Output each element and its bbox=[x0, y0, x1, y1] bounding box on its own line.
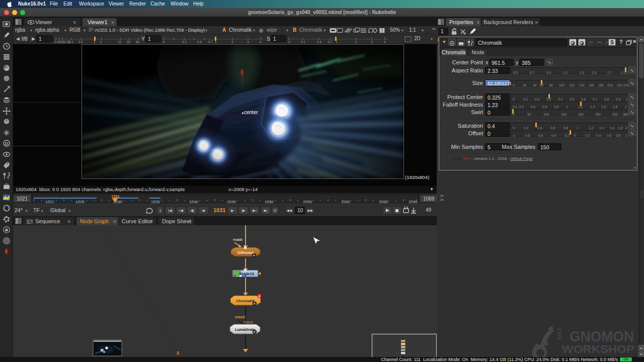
svg-text:0.4: 0.4 bbox=[317, 40, 321, 44]
svg-text:mask: mask bbox=[233, 237, 243, 242]
svg-text:3: 3 bbox=[247, 40, 249, 44]
svg-text:0.7: 0.7 bbox=[208, 40, 213, 44]
svg-text:64: 64 bbox=[136, 40, 140, 44]
svg-text:2: 2 bbox=[177, 350, 179, 355]
svg-text:0.4: 0.4 bbox=[197, 40, 202, 44]
svg-text:Diffusion: Diffusion bbox=[237, 250, 254, 255]
svg-text:mask: mask bbox=[235, 315, 246, 319]
svg-text:Chromatik: Chromatik bbox=[236, 299, 255, 303]
svg-text:4: 4 bbox=[260, 40, 262, 44]
svg-text:0: 0 bbox=[163, 40, 165, 44]
svg-text:2: 2 bbox=[100, 40, 102, 44]
svg-text:THE: THE bbox=[556, 328, 562, 341]
svg-text:1031: 1031 bbox=[111, 195, 120, 199]
svg-text:GNOMON: GNOMON bbox=[570, 328, 634, 344]
svg-text:0: 0 bbox=[288, 40, 290, 44]
svg-text:4: 4 bbox=[384, 40, 386, 44]
svg-text:20: 20 bbox=[127, 40, 131, 44]
svg-text:0.1: 0.1 bbox=[301, 40, 305, 44]
svg-text:D: D bbox=[5, 141, 9, 146]
svg-text:0.06250.25: 0.06250.25 bbox=[54, 40, 70, 44]
svg-text:2: 2 bbox=[231, 40, 233, 44]
svg-text:WORKSHOP: WORKSHOP bbox=[562, 343, 634, 355]
svg-text:center: center bbox=[244, 110, 258, 115]
svg-text:0.1: 0.1 bbox=[182, 40, 187, 44]
svg-text:1: 1 bbox=[215, 40, 217, 44]
svg-text:1: 1 bbox=[94, 40, 96, 44]
svg-text:0.7: 0.7 bbox=[328, 40, 333, 44]
svg-text:0.1: 0.1 bbox=[69, 40, 73, 44]
svg-text:0.2: 0.2 bbox=[78, 40, 83, 44]
svg-text:2: 2 bbox=[355, 40, 357, 44]
svg-text:1: 1 bbox=[336, 40, 338, 44]
svg-text:10: 10 bbox=[118, 40, 122, 44]
svg-text:input: input bbox=[244, 320, 253, 324]
svg-text:3: 3 bbox=[371, 40, 373, 44]
svg-text:A: A bbox=[258, 295, 261, 298]
